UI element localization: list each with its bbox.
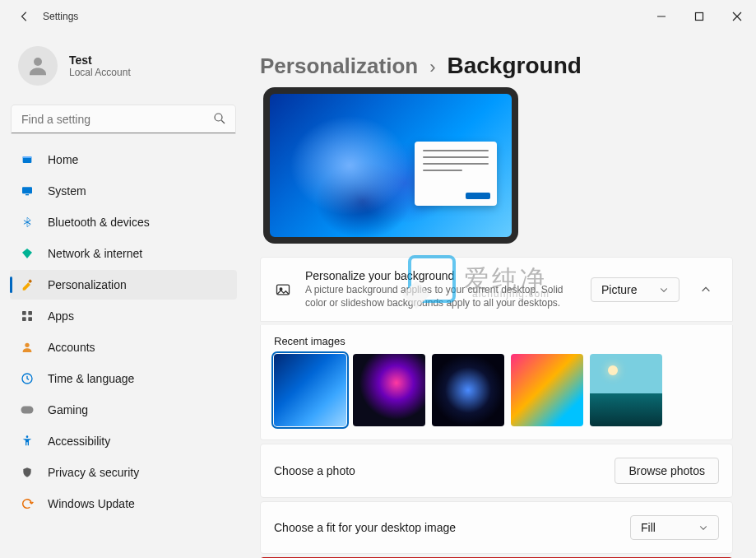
- accessibility-icon: [20, 434, 35, 449]
- nav-label: Time & language: [48, 372, 134, 385]
- choose-fit-row: Choose a fit for your desktop image Fill: [260, 501, 733, 554]
- main-pane: Personalization › Background 爱纯净 aichunj…: [247, 33, 756, 558]
- search-box: [12, 105, 235, 133]
- nav-item-time[interactable]: Time & language: [10, 364, 237, 393]
- profile-account-type: Local Account: [69, 67, 131, 78]
- nav-label: Windows Update: [48, 497, 135, 510]
- close-icon: [732, 12, 742, 21]
- nav-label: Network & internet: [48, 247, 142, 260]
- nav-item-apps[interactable]: Apps: [10, 301, 237, 331]
- svg-rect-1: [696, 13, 703, 21]
- privacy-icon: [20, 465, 35, 480]
- time-icon: [20, 371, 35, 386]
- nav-label: Privacy & security: [48, 466, 139, 479]
- home-icon: [20, 152, 35, 167]
- svg-rect-6: [23, 156, 32, 158]
- accounts-icon: [20, 340, 35, 355]
- chevron-down-icon: [659, 285, 669, 295]
- update-icon: [20, 496, 35, 511]
- chevron-up-icon: [700, 284, 712, 295]
- avatar: [18, 46, 58, 86]
- gaming-icon: [20, 402, 35, 417]
- nav-item-system[interactable]: System: [10, 176, 237, 206]
- recent-images-panel: Recent images: [260, 325, 733, 440]
- network-icon: [20, 246, 35, 261]
- nav-label: Gaming: [48, 403, 88, 416]
- recent-image-0[interactable]: [274, 354, 346, 426]
- svg-rect-16: [21, 407, 34, 414]
- svg-rect-7: [22, 187, 32, 193]
- svg-rect-8: [26, 194, 29, 195]
- minimize-button[interactable]: [642, 0, 680, 33]
- choose-photo-label: Choose a photo: [274, 464, 355, 477]
- nav-item-privacy[interactable]: Privacy & security: [10, 458, 237, 487]
- close-button[interactable]: [718, 0, 756, 33]
- background-type-select[interactable]: Picture: [591, 277, 679, 302]
- profile-block[interactable]: Test Local Account: [10, 33, 237, 105]
- search-icon: [212, 111, 227, 128]
- nav-label: Accessibility: [48, 435, 110, 448]
- minimize-icon: [656, 12, 666, 21]
- nav-item-personalization[interactable]: Personalization: [10, 270, 237, 300]
- svg-rect-9: [28, 279, 32, 283]
- svg-point-3: [215, 114, 222, 121]
- search-input[interactable]: [12, 105, 235, 133]
- nav-label: System: [48, 184, 86, 198]
- svg-rect-10: [22, 311, 26, 315]
- fit-select[interactable]: Fill: [630, 515, 719, 540]
- titlebar: Settings: [0, 0, 756, 33]
- nav-label: Bluetooth & devices: [48, 216, 150, 229]
- breadcrumb-parent[interactable]: Personalization: [260, 53, 418, 79]
- nav-item-accessibility[interactable]: Accessibility: [10, 426, 237, 456]
- maximize-button[interactable]: [680, 0, 718, 33]
- recent-image-1[interactable]: [353, 354, 425, 426]
- back-button[interactable]: [13, 5, 36, 28]
- picture-icon: [274, 281, 292, 299]
- nav-item-bluetooth[interactable]: Bluetooth & devices: [10, 207, 237, 237]
- system-icon: [20, 184, 35, 198]
- svg-point-14: [25, 343, 29, 347]
- person-icon: [26, 53, 50, 78]
- chevron-down-icon: [698, 523, 708, 532]
- sidebar: Test Local Account HomeSystemBluetooth &…: [0, 33, 247, 558]
- nav-list: HomeSystemBluetooth & devicesNetwork & i…: [10, 145, 237, 518]
- svg-rect-13: [28, 317, 32, 321]
- desktop-preview: [263, 87, 518, 244]
- choose-photo-row: Choose a photo Browse photos: [260, 444, 733, 498]
- recent-image-2[interactable]: [432, 354, 504, 426]
- svg-line-4: [221, 120, 225, 123]
- svg-point-17: [26, 435, 29, 438]
- profile-name: Test: [69, 53, 131, 67]
- maximize-icon: [694, 12, 704, 21]
- choose-fit-label: Choose a fit for your desktop image: [274, 521, 456, 534]
- nav-label: Accounts: [48, 341, 95, 354]
- personalize-background-row[interactable]: Personalize your background A picture ba…: [260, 257, 733, 322]
- personalize-desc: A picture background applies to your cur…: [305, 284, 577, 309]
- personalize-title: Personalize your background: [305, 269, 577, 282]
- nav-item-home[interactable]: Home: [10, 145, 237, 174]
- bluetooth-icon: [20, 215, 35, 230]
- browse-photos-button[interactable]: Browse photos: [615, 458, 719, 484]
- svg-point-2: [34, 58, 42, 66]
- nav-item-network[interactable]: Network & internet: [10, 239, 237, 268]
- expand-chevron[interactable]: [693, 284, 719, 295]
- svg-rect-12: [22, 317, 26, 321]
- nav-label: Personalization: [48, 278, 127, 291]
- breadcrumb: Personalization › Background: [260, 53, 733, 79]
- apps-icon: [20, 309, 35, 323]
- breadcrumb-sep-icon: ›: [429, 57, 435, 78]
- nav-label: Apps: [48, 309, 74, 323]
- svg-rect-11: [28, 311, 32, 315]
- nav-label: Home: [48, 153, 78, 166]
- arrow-left-icon: [19, 11, 30, 22]
- nav-item-accounts[interactable]: Accounts: [10, 332, 237, 362]
- nav-item-gaming[interactable]: Gaming: [10, 395, 237, 425]
- recent-images-label: Recent images: [274, 335, 719, 347]
- recent-image-3[interactable]: [511, 354, 583, 426]
- nav-item-update[interactable]: Windows Update: [10, 489, 237, 518]
- window-title: Settings: [43, 11, 78, 22]
- personalization-icon: [20, 277, 35, 292]
- recent-image-4[interactable]: [590, 354, 662, 426]
- breadcrumb-current: Background: [447, 53, 581, 79]
